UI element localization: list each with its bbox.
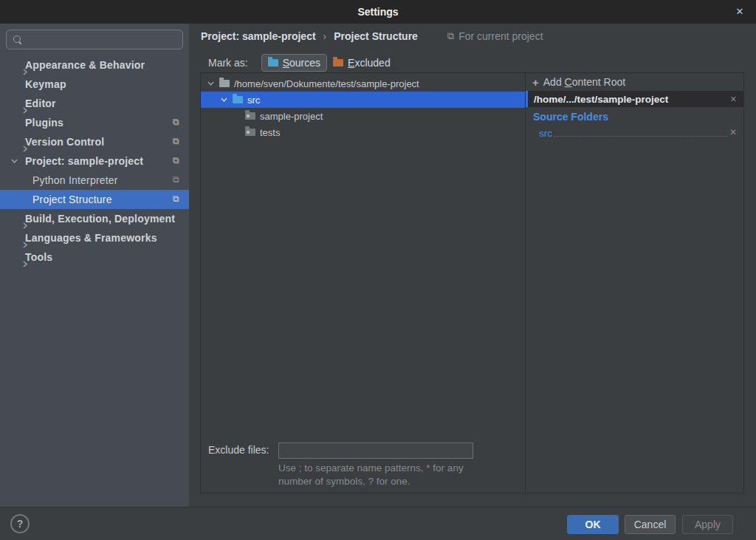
source-folder-icon [233, 96, 243, 103]
mark-as-toolbar: Mark as: Sources Excluded [201, 53, 396, 72]
content-tree-panel: /home/sven/Dokumente/test/sample-project… [201, 73, 525, 493]
current-project-icon: ⧉ [173, 156, 182, 165]
tree-row-root[interactable]: /home/sven/Dokumente/test/sample-project [201, 75, 525, 92]
dialog-footer: ? OK Cancel Apply [0, 507, 756, 540]
current-project-icon: ⧉ [173, 117, 182, 127]
cancel-button[interactable]: Cancel [625, 515, 676, 534]
mark-sources-button[interactable]: Sources [261, 54, 327, 72]
sidebar-item-appearance[interactable]: Appearance & Behavior [0, 55, 189, 75]
project-structure-panels: /home/sven/Dokumente/test/sample-project… [200, 72, 744, 493]
current-project-icon: ⧉ [173, 137, 182, 146]
content-root-panel: + Add Content Root /home/.../test/sample… [525, 73, 743, 493]
selection-accent-bar [526, 91, 528, 107]
excluded-folder-icon [333, 59, 343, 66]
sidebar-item-tools[interactable]: Tools [0, 247, 189, 267]
mark-as-label: Mark as: [208, 57, 248, 69]
dotted-leader [554, 136, 728, 137]
search-box [6, 30, 183, 49]
sidebar-item-python-interpreter[interactable]: Python Interpreter ⧉ [0, 171, 189, 190]
sidebar-item-plugins[interactable]: Plugins ⧉ [0, 113, 189, 132]
breadcrumb-project[interactable]: Project: sample-project [201, 30, 316, 42]
exclude-files-help: Use ; to separate name patterns, * for a… [278, 462, 464, 488]
sidebar-item-version-control[interactable]: Version Control ⧉ [0, 132, 189, 151]
chevron-down-icon[interactable] [207, 81, 214, 86]
close-icon[interactable]: ✕ [729, 0, 750, 24]
tree-row-sample-project[interactable]: sample-project [201, 108, 525, 124]
search-input[interactable] [21, 34, 182, 45]
scope-label: For current project [458, 30, 543, 42]
current-project-icon: ⧉ [447, 30, 454, 42]
exclude-files-input[interactable] [278, 442, 473, 459]
remove-content-root-icon[interactable]: ✕ [730, 95, 737, 104]
breadcrumb: Project: sample-project › Project Struct… [201, 28, 543, 44]
plus-icon: + [532, 76, 539, 89]
search-icon [13, 35, 21, 44]
chevron-down-icon[interactable] [11, 158, 18, 164]
dialog-title: Settings [0, 0, 756, 24]
folder-icon [245, 129, 255, 136]
source-folders-title: Source Folders [533, 111, 608, 123]
settings-sidebar: Appearance & Behavior Keymap Editor Plug… [0, 24, 189, 507]
sidebar-item-project[interactable]: Project: sample-project ⧉ [0, 151, 189, 171]
folder-icon [245, 112, 255, 120]
breadcrumb-separator-icon: › [323, 30, 327, 42]
sidebar-item-keymap[interactable]: Keymap [0, 75, 189, 94]
exclude-files-label: Exclude files: [208, 444, 269, 456]
content-root-row[interactable]: /home/.../test/sample-project ✕ [526, 91, 743, 107]
scope-indicator: ⧉ For current project [447, 30, 543, 42]
help-button[interactable]: ? [10, 514, 30, 533]
title-bar: Settings ✕ [0, 0, 756, 24]
add-content-root-button[interactable]: + Add Content Root [526, 73, 743, 91]
settings-dialog: Settings ✕ Appearance & Behavior Keymap … [0, 0, 756, 540]
folder-icon [219, 80, 230, 87]
mark-excluded-button[interactable]: Excluded [327, 54, 396, 72]
tree-row-src[interactable]: src [201, 92, 525, 108]
apply-button[interactable]: Apply [682, 515, 733, 534]
source-folder-row[interactable]: src ✕ [539, 126, 737, 139]
folder-tree: /home/sven/Dokumente/test/sample-project… [201, 75, 525, 140]
tree-row-tests[interactable]: tests [201, 124, 525, 140]
sidebar-item-build[interactable]: Build, Execution, Deployment [0, 209, 189, 228]
content-root-path: /home/.../test/sample-project [534, 94, 668, 105]
sidebar-item-project-structure[interactable]: Project Structure ⧉ [0, 190, 189, 209]
exclude-files-section: Exclude files: Use ; to separate name pa… [201, 441, 525, 493]
current-project-icon: ⧉ [173, 194, 182, 204]
sources-folder-icon [268, 59, 278, 66]
breadcrumb-page: Project Structure [334, 30, 418, 42]
chevron-down-icon[interactable] [221, 97, 227, 103]
sidebar-item-languages[interactable]: Languages & Frameworks [0, 228, 189, 247]
source-folder-name: src [539, 128, 552, 139]
remove-source-folder-icon[interactable]: ✕ [729, 127, 737, 137]
current-project-icon: ⧉ [173, 175, 182, 185]
ok-button[interactable]: OK [567, 515, 619, 534]
sidebar-item-editor[interactable]: Editor [0, 94, 189, 113]
settings-nav: Appearance & Behavior Keymap Editor Plug… [0, 55, 189, 267]
